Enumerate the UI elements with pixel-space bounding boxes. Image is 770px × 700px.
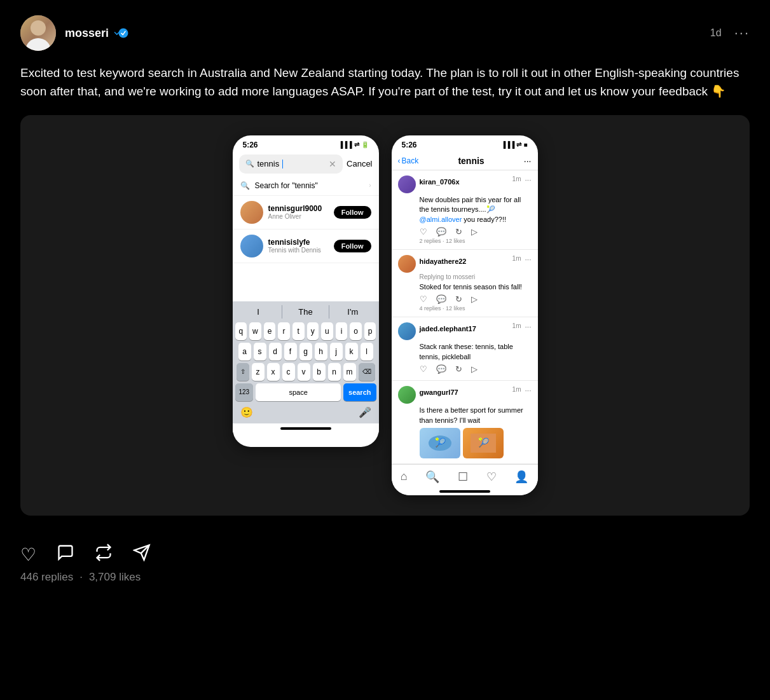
phone1-time: 5:26 [243, 141, 258, 149]
key-t[interactable]: t [292, 322, 305, 340]
user1-info: tennisgurl9000 Anne Oliver [268, 204, 329, 220]
key-l[interactable]: l [361, 343, 373, 360]
thread1-like-icon[interactable]: ♡ [420, 227, 427, 237]
nav-home-icon[interactable]: ⌂ [401, 470, 408, 484]
svg-text:🎾: 🎾 [478, 437, 489, 448]
suggestion-3[interactable]: I'm [329, 305, 376, 319]
thread3-repost-icon[interactable]: ↻ [455, 364, 462, 374]
repost-icon[interactable] [95, 544, 113, 566]
thread1-content: New doubles pair this year for all the t… [420, 195, 532, 224]
more-button[interactable]: ··· [734, 25, 750, 41]
thread1-user-info: kiran_0706x [420, 175, 509, 187]
thread2-actions: ♡ 💬 ↻ ▷ [420, 294, 532, 304]
thread2-stats: 4 replies · 12 likes [420, 305, 532, 312]
thread3-time: 1m [512, 322, 521, 329]
key-q[interactable]: q [235, 322, 247, 340]
suggestion-2[interactable]: The [282, 305, 329, 319]
key-delete[interactable]: ⌫ [359, 363, 375, 381]
key-f[interactable]: f [284, 343, 297, 360]
search-for-item[interactable]: 🔍 Search for "tennis" › [233, 176, 379, 196]
thread1-repost-icon[interactable]: ↻ [455, 227, 462, 237]
thread1-reply-icon[interactable]: 💬 [436, 227, 446, 237]
avatar[interactable] [20, 15, 56, 51]
thread1-username[interactable]: kiran_0706x [420, 178, 460, 186]
key-w[interactable]: w [249, 322, 261, 340]
user2-follow-button[interactable]: Follow [334, 240, 371, 252]
nav-search-icon[interactable]: 🔍 [425, 470, 439, 484]
search-for-text: Search for "tennis" [255, 181, 318, 190]
key-u[interactable]: u [321, 322, 333, 340]
thread2-share-icon[interactable]: ▷ [471, 294, 478, 304]
thread3-username[interactable]: jaded.elephant17 [420, 325, 476, 333]
user1-follow-button[interactable]: Follow [334, 206, 371, 219]
thread1-header: kiran_0706x 1m ··· [398, 175, 532, 193]
cancel-button[interactable]: Cancel [347, 159, 372, 168]
key-i[interactable]: i [336, 322, 348, 340]
thread3-like-icon[interactable]: ♡ [420, 364, 427, 374]
search-clear-icon[interactable]: ✕ [329, 159, 336, 169]
mic-icon[interactable]: 🎤 [359, 406, 371, 418]
key-z[interactable]: z [252, 363, 265, 381]
key-r[interactable]: r [278, 322, 290, 340]
key-y[interactable]: y [307, 322, 319, 340]
username[interactable]: mosseri [65, 27, 109, 40]
thread3-more[interactable]: ··· [525, 322, 531, 331]
key-d[interactable]: d [269, 343, 282, 360]
key-v[interactable]: v [298, 363, 310, 381]
key-x[interactable]: x [267, 363, 280, 381]
phone2-time: 5:26 [402, 141, 417, 149]
key-e[interactable]: e [264, 322, 276, 340]
user1-item[interactable]: tennisgurl9000 Anne Oliver Follow [233, 196, 379, 230]
emoji-icon[interactable]: 🙂 [240, 406, 253, 418]
user2-item[interactable]: tennisislyfe Tennis with Dennis Follow [233, 230, 379, 263]
key-123[interactable]: 123 [235, 383, 254, 401]
key-m[interactable]: m [343, 363, 356, 381]
comment-icon[interactable] [57, 544, 74, 566]
keyboard-suggestions: I The I'm [235, 305, 376, 319]
key-c[interactable]: c [282, 363, 295, 381]
thread2-username[interactable]: hidayathere22 [420, 257, 467, 265]
more-dots-button[interactable]: ··· [524, 156, 532, 166]
thread2-repost-icon[interactable]: ↻ [455, 294, 462, 304]
key-search[interactable]: search [343, 383, 376, 401]
key-g[interactable]: g [299, 343, 312, 360]
key-shift[interactable]: ⇧ [237, 363, 249, 381]
key-s[interactable]: s [254, 343, 266, 360]
home-indicator-2 [439, 490, 490, 493]
thread1-mention[interactable]: @almi.allover [420, 216, 462, 223]
key-p[interactable]: p [364, 322, 376, 340]
thread1-actions: ♡ 💬 ↻ ▷ [420, 227, 532, 237]
thread2-more[interactable]: ··· [525, 255, 531, 264]
back-button[interactable]: ‹ Back [398, 156, 419, 165]
key-j[interactable]: j [330, 343, 343, 360]
thread3-share-icon[interactable]: ▷ [471, 364, 478, 374]
thread1-more[interactable]: ··· [525, 175, 531, 184]
thread3-avatar [398, 322, 416, 340]
stats-bar: 446 replies · 3,709 likes [20, 571, 750, 584]
user2-info: tennisislyfe Tennis with Dennis [268, 238, 329, 254]
phone2-home-bar [392, 486, 538, 495]
search-text: tennis [258, 159, 280, 168]
key-h[interactable]: h [315, 343, 327, 360]
nav-compose-icon[interactable]: ☐ [458, 470, 468, 484]
thread4-more[interactable]: ··· [525, 386, 531, 395]
key-n[interactable]: n [328, 363, 341, 381]
key-b[interactable]: b [313, 363, 326, 381]
thread3-reply-icon[interactable]: 💬 [436, 364, 446, 374]
key-k[interactable]: k [345, 343, 358, 360]
share-icon[interactable] [133, 544, 151, 566]
nav-profile-icon[interactable]: 👤 [514, 470, 528, 484]
thread2-like-icon[interactable]: ♡ [420, 294, 427, 304]
key-a[interactable]: a [238, 343, 251, 360]
nav-heart-icon[interactable]: ♡ [486, 470, 497, 484]
thread4-image-1: 🎾 [420, 428, 460, 458]
thread2-content: Stoked for tennis season this fall! [420, 282, 532, 292]
thread1-share-icon[interactable]: ▷ [471, 227, 478, 237]
key-o[interactable]: o [350, 322, 362, 340]
thread4-username[interactable]: gwangurl77 [420, 388, 458, 396]
suggestion-1[interactable]: I [235, 305, 282, 319]
like-icon[interactable]: ♡ [20, 544, 36, 565]
phone2-header: ‹ Back tennis ··· [392, 152, 538, 170]
key-space[interactable]: space [256, 383, 341, 401]
thread2-reply-icon[interactable]: 💬 [436, 294, 446, 304]
